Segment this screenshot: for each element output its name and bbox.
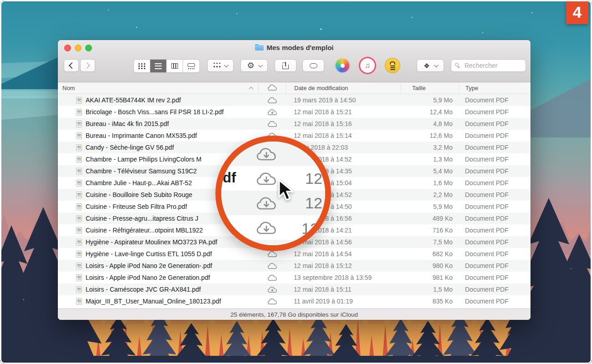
list-view-icon [155, 63, 162, 69]
search-input[interactable] [464, 61, 518, 70]
column-header-type[interactable]: Type [459, 82, 531, 94]
icloud-status-cell [258, 263, 286, 269]
table-row[interactable]: Bricolage - Bosch Viss...sans Fil PSR 18… [58, 106, 531, 118]
file-name: Candy - Sèche-linge GV 56.pdf [86, 144, 174, 151]
dropbox-icon: ❖ [424, 62, 429, 69]
table-row[interactable]: Bureau - iMac 4k fin 2015.pdf 12 mai 201… [58, 118, 531, 130]
file-type: Document PDF [459, 250, 531, 258]
view-list-button[interactable] [150, 60, 167, 72]
file-type: Document PDF [459, 191, 531, 198]
file-size: 5,9 Mo [401, 96, 459, 104]
table-row[interactable]: Major_III_BT_User_Manual_Online_180123.p… [58, 295, 531, 307]
pdf-document-icon [76, 286, 82, 293]
file-name: Hygiène - Aspirateur Moulinex MO3723 PA.… [86, 238, 217, 246]
file-name: Chambre Julie - Haut-p...Akai ABT-52 [86, 179, 192, 187]
cloud-icon [267, 97, 277, 104]
file-name: Bureau - iMac 4k fin 2015.pdf [86, 120, 169, 127]
file-name: Cuisine - Friteuse Seb Filtra Pro.pdf [86, 203, 187, 210]
chevron-down-icon [224, 63, 229, 67]
itunes-app-button[interactable]: ♫ [360, 58, 375, 73]
pdf-document-icon [76, 192, 82, 198]
file-size: 12,6 Mo [401, 132, 459, 139]
view-columns-button[interactable] [167, 60, 183, 72]
file-type: Document PDF [459, 203, 531, 210]
file-type: Document PDF [459, 286, 531, 293]
file-name: Loisirs - Apple iPod Nano 2e Generation-… [86, 262, 212, 269]
file-size: 12,4 Mo [401, 108, 459, 116]
file-name: AKAI ATE-55B4744K IM rev 2.pdf [86, 96, 181, 104]
table-row[interactable]: Loisirs - Caméscope JVC GR-AX841.pdf 12 … [58, 283, 531, 295]
column-header-icloud[interactable] [258, 82, 286, 94]
file-name: Bureau - Imprimante Canon MX535.pdf [86, 132, 197, 139]
file-type: Document PDF [459, 132, 531, 139]
pdf-document-icon [76, 203, 82, 210]
close-button[interactable] [64, 45, 71, 51]
photos-app-button[interactable] [335, 58, 350, 73]
search-field[interactable] [451, 59, 526, 72]
cloud-icon [267, 251, 277, 258]
titlebar[interactable]: Mes modes d'emploi [58, 40, 531, 55]
file-name: Loisirs - Apple iPod Nano 2e Generation.… [86, 274, 210, 281]
pdf-document-icon [76, 239, 82, 246]
table-row[interactable]: AKAI ATE-55B4744K IM rev 2.pdf 19 mars 2… [58, 94, 531, 106]
lock-app-button[interactable] [385, 58, 400, 73]
file-size: 5,9 Mo [401, 203, 459, 210]
group-button[interactable] [207, 59, 234, 72]
pdf-document-icon [76, 132, 82, 139]
music-note-icon: ♫ [365, 62, 370, 69]
file-size: 2,2 Mo [401, 191, 459, 198]
forward-button[interactable] [80, 59, 95, 72]
status-text: 25 éléments, 167,78 Go disponibles sur i… [230, 311, 358, 318]
file-date: 12 mai 2018 à 15:14 [286, 132, 401, 139]
pdf-document-icon [76, 215, 82, 222]
dropbox-button[interactable]: ❖ [417, 59, 444, 72]
cloud-download-icon [256, 172, 277, 186]
file-type: Document PDF [459, 298, 531, 305]
column-header-size[interactable]: Taille [401, 82, 459, 94]
window-title-group: Mes modes d'emploi [255, 44, 334, 51]
file-date: 12 mai 2018 à 15:21 [286, 108, 401, 116]
file-name: Chambre - Téléviseur Samsung S19C2 [86, 167, 197, 175]
icloud-status-cell [258, 109, 286, 116]
file-size: 1,6 Mo [401, 179, 459, 187]
column-header-date[interactable]: Date de modification [286, 82, 401, 94]
action-button[interactable]: ⚙ [240, 59, 268, 72]
icloud-status-cell [258, 274, 286, 281]
toolbar: ⚙ ♫ ❖ [58, 55, 531, 82]
tag-button[interactable] [302, 59, 324, 72]
view-coverflow-button[interactable] [183, 60, 199, 72]
table-row[interactable]: Loisirs - Apple iPod Nano 2e Generation.… [58, 272, 531, 283]
pdf-document-icon [76, 97, 82, 104]
file-size: 7,5 Mo [401, 238, 459, 246]
zoom-button[interactable] [85, 45, 92, 51]
view-icons-button[interactable] [134, 60, 150, 72]
cloud-download-icon [256, 147, 277, 162]
cloud-icon [267, 298, 277, 305]
minimize-button[interactable] [75, 45, 82, 51]
magnified-date-text: 12 [305, 194, 322, 212]
pdf-document-icon [76, 298, 82, 305]
tag-icon [310, 63, 317, 68]
file-name: Hygiène - Lave-linge Curtiss ETL 1055 D.… [86, 250, 212, 258]
file-name: Loisirs - Caméscope JVC GR-AX841.pdf [86, 286, 201, 293]
gear-icon: ⚙ [247, 61, 254, 70]
column-header-name[interactable]: Nom [58, 82, 258, 94]
pdf-document-icon [76, 156, 82, 163]
folder-icon [255, 44, 264, 51]
file-type: Document PDF [459, 238, 531, 246]
lock-shackle-icon [390, 61, 395, 65]
file-type: Document PDF [459, 108, 531, 116]
share-button[interactable] [275, 59, 296, 72]
icloud-status-cell [258, 298, 286, 305]
share-icon [282, 62, 289, 69]
back-button[interactable] [64, 59, 79, 72]
magnified-pdf-text: df [223, 170, 236, 186]
file-type: Document PDF [459, 179, 531, 187]
icloud-status-cell [258, 251, 286, 258]
pdf-document-icon [76, 109, 82, 116]
back-icon [69, 62, 75, 69]
pdf-document-icon [76, 263, 82, 269]
table-row[interactable]: Loisirs - Apple iPod Nano 2e Generation-… [58, 260, 531, 272]
search-icon [455, 63, 461, 69]
table-row[interactable]: Hygiène - Lave-linge Curtiss ETL 1055 D.… [58, 248, 531, 260]
